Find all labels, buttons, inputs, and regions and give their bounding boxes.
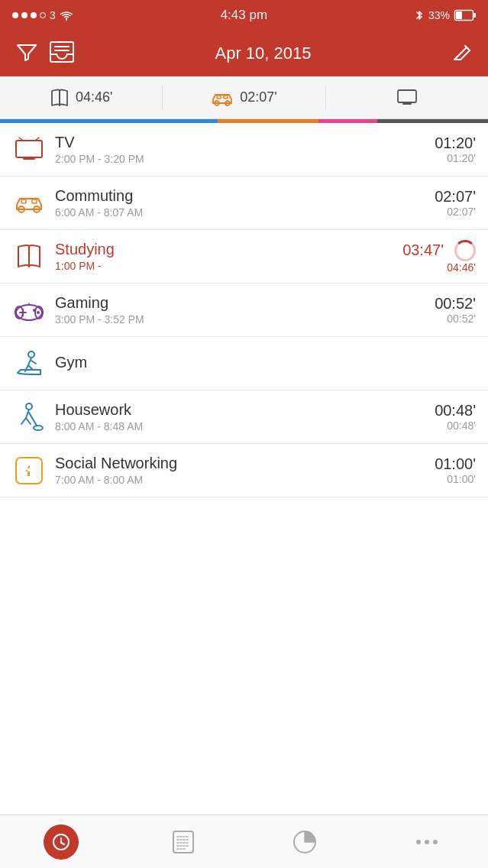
- social-time-range: 7:00 AM - 8:00 AM: [55, 474, 435, 486]
- more-dot1: [416, 840, 421, 844]
- activity-item-housework[interactable]: Housework 8:00 AM - 8:48 AM 00:48' 00:48…: [0, 390, 488, 444]
- svg-line-32: [26, 410, 29, 418]
- svg-rect-12: [21, 199, 26, 203]
- studying-duration-main: 03:47': [402, 241, 444, 259]
- summary-drive[interactable]: 02:07': [163, 89, 325, 105]
- tv-icon: [12, 133, 46, 167]
- activity-item-social[interactable]: Social Networking 7:00 AM - 8:00 AM 01:0…: [0, 444, 488, 497]
- gym-name: Gym: [55, 354, 476, 371]
- signal-dots: [12, 12, 46, 18]
- gaming-name: Gaming: [55, 294, 435, 312]
- tv-duration-main: 01:20': [435, 134, 476, 152]
- svg-point-20: [37, 311, 40, 314]
- svg-line-33: [21, 418, 26, 424]
- chart-icon: [292, 829, 318, 855]
- activity-item-commuting[interactable]: Commuting 6:00 AM - 8:07 AM 02:07' 02:07…: [0, 177, 488, 230]
- studying-duration-sub: 04:46': [447, 261, 476, 274]
- timer-icon[interactable]: [44, 824, 79, 860]
- studying-time-range: 1:00 PM -: [55, 260, 402, 272]
- status-left: 3: [12, 9, 73, 21]
- dot3: [31, 12, 37, 18]
- svg-line-24: [28, 358, 31, 365]
- tab-more[interactable]: [404, 823, 450, 861]
- facebook-icon: [12, 454, 46, 487]
- more-dot2: [425, 840, 429, 844]
- activity-item-studying[interactable]: Studying 1:00 PM - 03:47' 04:46': [0, 230, 488, 283]
- commuting-duration: 02:07' 02:07': [435, 188, 476, 218]
- svg-rect-6: [217, 96, 221, 99]
- gaming-duration-sub: 00:52': [435, 313, 476, 325]
- social-duration-main: 01:00': [435, 455, 476, 473]
- gaming-content: Gaming 3:00 PM - 3:52 PM: [46, 294, 435, 326]
- wifi-icon: [60, 10, 73, 21]
- battery-icon: [454, 10, 476, 21]
- gaming-time-range: 3:00 PM - 3:52 PM: [55, 313, 435, 326]
- housework-duration: 00:48' 00:48': [435, 402, 476, 432]
- tv-time-range: 2:00 PM - 3:20 PM: [55, 153, 435, 165]
- gaming-duration-main: 00:52': [435, 295, 476, 313]
- svg-point-23: [28, 351, 34, 358]
- svg-rect-41: [173, 831, 193, 853]
- commuting-duration-main: 02:07': [435, 188, 476, 206]
- book-icon-summary: [50, 89, 69, 107]
- social-duration-sub: 01:00': [435, 473, 476, 485]
- activity-item-tv[interactable]: TV 2:00 PM - 3:20 PM 01:20' 01:20': [0, 123, 488, 177]
- summary-study-time: 04:46': [76, 89, 112, 105]
- social-content: Social Networking 7:00 AM - 8:00 AM: [46, 455, 435, 486]
- tab-list[interactable]: [160, 823, 206, 861]
- dot2: [21, 12, 27, 18]
- status-right: 33%: [415, 9, 476, 21]
- housework-duration-main: 00:48': [435, 402, 476, 419]
- summary-study[interactable]: 04:46': [0, 89, 162, 107]
- nav-title: Apr 10, 2015: [215, 44, 312, 63]
- edit-icon[interactable]: [451, 41, 473, 66]
- studying-duration: 03:47' 04:46': [402, 240, 476, 274]
- loading-spinner: [454, 240, 476, 261]
- activity-list: TV 2:00 PM - 3:20 PM 01:20' 01:20' Commu…: [0, 123, 488, 497]
- commuting-duration-sub: 02:07': [435, 206, 476, 218]
- filter-icon[interactable]: [15, 40, 38, 66]
- tv-content: TV 2:00 PM - 3:20 PM: [46, 134, 435, 165]
- book-icon: [12, 240, 46, 274]
- more-dot3: [433, 840, 438, 844]
- svg-rect-11: [16, 141, 42, 157]
- housework-time-range: 8:00 AM - 8:48 AM: [55, 420, 435, 432]
- tv-duration-sub: 01:20': [435, 152, 476, 164]
- progress-blue: [0, 119, 218, 123]
- social-name: Social Networking: [55, 455, 435, 472]
- svg-rect-7: [224, 96, 228, 99]
- inbox-icon[interactable]: [49, 40, 75, 66]
- svg-rect-2: [456, 11, 462, 19]
- tab-bar: [0, 815, 488, 868]
- tab-timer[interactable]: [38, 823, 84, 861]
- car-icon: [12, 186, 46, 220]
- summary-screen[interactable]: [326, 89, 488, 107]
- commuting-time-range: 6:00 AM - 8:07 AM: [55, 206, 435, 219]
- status-time: 4:43 pm: [221, 8, 267, 23]
- progress-bar: [0, 119, 488, 123]
- summary-drive-time: 02:07': [240, 89, 276, 105]
- housework-icon: [12, 400, 46, 434]
- summary-bar: 04:46' 02:07': [0, 76, 488, 119]
- svg-rect-13: [32, 199, 37, 203]
- svg-rect-10: [398, 90, 416, 102]
- dot4: [40, 12, 46, 18]
- signal-number: 3: [50, 9, 56, 21]
- svg-line-27: [31, 361, 36, 364]
- studying-name: Studying: [55, 241, 402, 258]
- housework-duration-sub: 00:48': [435, 419, 476, 432]
- svg-point-31: [26, 403, 32, 410]
- housework-content: Housework 8:00 AM - 8:48 AM: [46, 401, 435, 432]
- gaming-duration: 00:52' 00:52': [435, 295, 476, 325]
- svg-rect-1: [473, 13, 476, 18]
- nav-bar: Apr 10, 2015: [0, 31, 488, 76]
- housework-name: Housework: [55, 401, 435, 419]
- dot1: [12, 12, 18, 18]
- activity-item-gym[interactable]: Gym: [0, 337, 488, 390]
- studying-content: Studying 1:00 PM -: [46, 241, 402, 272]
- gym-icon: [12, 347, 46, 381]
- activity-item-gaming[interactable]: Gaming 3:00 PM - 3:52 PM 00:52' 00:52': [0, 283, 488, 337]
- battery-percent: 33%: [428, 9, 450, 21]
- social-duration: 01:00' 01:00': [435, 455, 476, 485]
- tab-chart[interactable]: [282, 823, 328, 861]
